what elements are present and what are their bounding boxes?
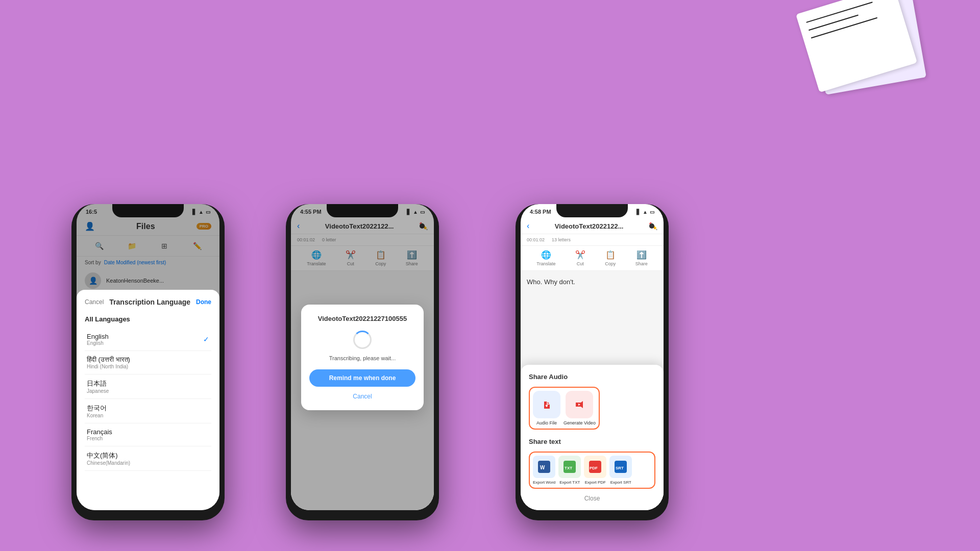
txt-svg: TXT (564, 461, 576, 473)
lang-item-french[interactable]: Français French (85, 423, 211, 446)
export-txt-label: Export TXT (559, 480, 580, 485)
phone3-meta: 00:01:02 13 letters (521, 234, 664, 246)
translate-label-3: Translate (536, 261, 555, 266)
lang-item-korean[interactable]: 한국어 Korean (85, 399, 211, 423)
phone3-action-toolbar: 🌐 Translate ✂️ Cut 📋 Copy ⬆️ Share (521, 246, 664, 271)
phone3-app-header: ‹ VideotoText2022122... ✏️ (521, 219, 664, 234)
transcribing-card: VideotoText20221227100555 Transcribing, … (301, 305, 424, 410)
export-icons-group: W Export Word TXT (529, 452, 655, 489)
modal-title: Transcription Language (109, 298, 190, 306)
lang-sub-chinese: Chinese(Mandarin) (87, 460, 130, 466)
transcribed-text: Who. Why don't. (527, 278, 575, 286)
cut-label-3: Cut (577, 261, 584, 266)
translate-icon-3: 🌐 (541, 250, 551, 260)
share-panel: Share Audio (521, 365, 664, 510)
lang-item-chinese[interactable]: 中文(简体) Chinese(Mandarin) (85, 446, 211, 471)
signal-icon: ▋ (636, 209, 641, 215)
lang-name-hindi: हिंदी (उत्तरी भारत) (87, 356, 130, 364)
generate-video-svg (572, 397, 586, 412)
export-pdf-label: Export PDF (585, 480, 606, 485)
generate-video-label: Generate Video (564, 420, 596, 425)
all-languages-header: All Languages (85, 312, 211, 328)
phone2: 4:55 PM ▋ ▲ ▭ ‹ VideotoText2022122... ✏️… (286, 199, 439, 520)
phone3-status-icons: ▋ ▲ ▭ (636, 209, 654, 215)
lang-sub-japanese: Japanese (87, 388, 109, 394)
copy-action-3[interactable]: 📋 Copy (605, 250, 616, 266)
modal-cancel-btn[interactable]: Cancel (85, 298, 104, 306)
pdf-icon-box: PDF (584, 456, 606, 478)
loading-spinner (353, 331, 372, 349)
phone3: 4:58 PM ▋ ▲ ▭ ‹ VideotoText2022122... ✏️… (516, 199, 669, 520)
back-button-3[interactable]: ‹ (527, 221, 529, 231)
modal-done-btn[interactable]: Done (196, 298, 211, 306)
export-word-item[interactable]: W Export Word (533, 456, 555, 485)
modal-overlay: Cancel Transcription Language Done All L… (77, 204, 219, 510)
export-srt-item[interactable]: SRT Export SRT (609, 456, 632, 485)
share-text-title: Share text (529, 438, 655, 445)
share-action-3[interactable]: ⬆️ Share (635, 250, 648, 266)
export-word-label: Export Word (533, 480, 555, 485)
lang-item-english[interactable]: English English ✓ (85, 328, 211, 351)
share-icon-3: ⬆️ (636, 250, 647, 260)
phone3-app-title: VideotoText2022122... (533, 222, 645, 230)
audio-file-icon-box (533, 391, 560, 418)
close-button[interactable]: Close (529, 495, 655, 502)
duration-meta-3: 00:01:02 (527, 237, 545, 242)
audio-file-label: Audio File (536, 420, 557, 425)
lang-name-chinese: 中文(简体) (87, 451, 130, 460)
srt-icon-box: SRT (609, 456, 632, 478)
letters-meta-3: 13 letters (552, 237, 571, 242)
export-srt-label: Export SRT (610, 480, 631, 485)
transcribing-overlay: VideotoText20221227100555 Transcribing, … (291, 204, 434, 510)
svg-text:PDF: PDF (590, 466, 598, 470)
copy-label-3: Copy (605, 261, 616, 266)
svg-text:W: W (540, 465, 545, 470)
translate-action-3[interactable]: 🌐 Translate (536, 250, 555, 266)
cancel-button-text[interactable]: Cancel (309, 393, 415, 400)
lang-name-korean: 한국어 (87, 404, 107, 413)
export-pdf-item[interactable]: PDF Export PDF (584, 456, 606, 485)
svg-text:SRT: SRT (616, 466, 624, 470)
share-audio-grid: Audio File Generate (529, 387, 655, 430)
language-modal: Cancel Transcription Language Done All L… (77, 290, 219, 510)
audio-file-item[interactable]: Audio File (533, 391, 560, 425)
lang-name-french: Français (87, 428, 112, 436)
modal-header: Cancel Transcription Language Done (85, 298, 211, 306)
svg-point-1 (546, 406, 548, 407)
export-txt-item[interactable]: TXT Export TXT (558, 456, 581, 485)
srt-svg: SRT (615, 461, 627, 473)
txt-icon-box: TXT (558, 456, 581, 478)
transcribing-title: VideotoText20221227100555 (309, 315, 415, 322)
phone3-time: 4:58 PM (530, 209, 551, 215)
lang-name-japanese: 日本語 (87, 379, 109, 388)
lang-sub-english: English (87, 340, 109, 346)
check-icon-english: ✓ (203, 335, 209, 343)
phone3-notch (556, 204, 628, 217)
lang-item-hindi[interactable]: हिंदी (उत्तरी भारत) Hindi (North India) (85, 351, 211, 374)
share-audio-title: Share Audio (529, 373, 655, 381)
lang-name-english: English (87, 333, 109, 340)
audio-file-svg (540, 397, 554, 412)
generate-video-icon-box (566, 391, 593, 418)
transcribing-status: Transcribing, please wait... (309, 355, 415, 361)
generate-video-item[interactable]: Generate Video (564, 391, 596, 425)
remind-me-button[interactable]: Remind me when done (309, 369, 415, 387)
lang-sub-french: French (87, 436, 112, 441)
battery-icon: ▭ (650, 209, 654, 215)
pdf-svg: PDF (589, 461, 601, 473)
notepad-decoration (776, 0, 960, 111)
wifi-icon: ▲ (643, 209, 648, 215)
share-label-3: Share (635, 261, 648, 266)
audio-icons-group: Audio File Generate (529, 387, 600, 430)
cut-action-3[interactable]: ✂️ Cut (575, 250, 585, 266)
dot-indicator-3 (649, 223, 654, 229)
phone1: 16:5 ▋ ▲ ▭ 👤 Files PRO 🔍 📁 (71, 199, 225, 520)
cut-icon-3: ✂️ (575, 250, 585, 260)
word-icon-box: W (533, 456, 555, 478)
lang-item-japanese[interactable]: 日本語 Japanese (85, 374, 211, 399)
word-svg: W (538, 461, 550, 473)
copy-icon-3: 📋 (605, 250, 616, 260)
lang-sub-korean: Korean (87, 413, 107, 418)
svg-text:TXT: TXT (565, 466, 572, 470)
lang-sub-hindi: Hindi (North India) (87, 364, 130, 369)
